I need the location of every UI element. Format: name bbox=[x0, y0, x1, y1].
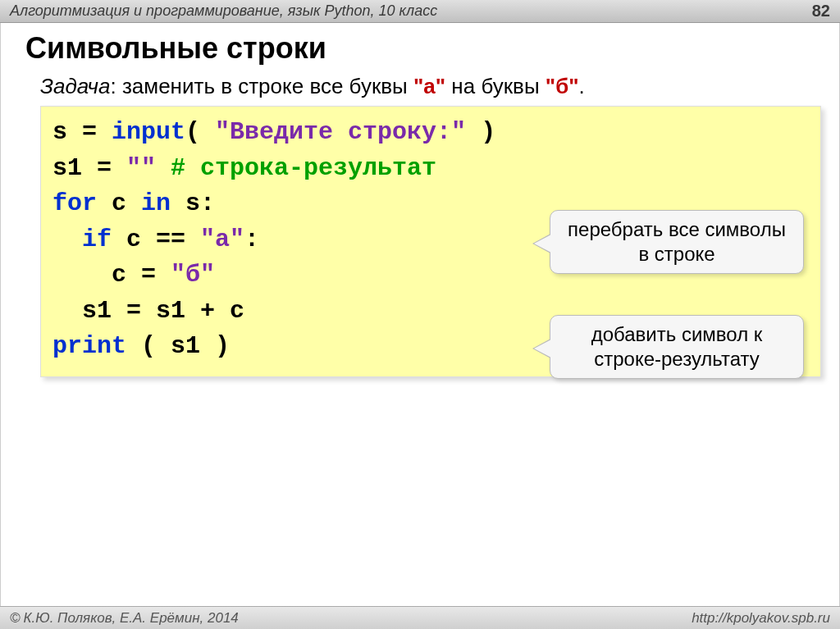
callout-iterate: перебрать все символы в строке bbox=[550, 210, 804, 274]
copyright-icon: © bbox=[10, 610, 21, 627]
task-statement: Задача: заменить в строке все буквы "а" … bbox=[1, 71, 839, 106]
task-label: Задача bbox=[40, 74, 110, 98]
letter-a: "а" bbox=[413, 74, 445, 98]
slide-content: Символьные строки Задача: заменить в стр… bbox=[0, 23, 840, 606]
code-line-2: s1 = "" # строка-результат bbox=[52, 151, 809, 187]
footer-url: http://kpolyakov.spb.ru bbox=[692, 610, 830, 627]
slide-header: Алгоритмизация и программирование, язык … bbox=[0, 0, 840, 23]
code-line-1: s = input( "Введите строку:" ) bbox=[52, 115, 809, 151]
callout-append: добавить символ к строке-результату bbox=[550, 315, 804, 379]
slide-title: Символьные строки bbox=[1, 23, 839, 71]
letter-b: "б" bbox=[546, 74, 579, 98]
subject-line: Алгоритмизация и программирование, язык … bbox=[10, 2, 437, 20]
slide-footer: © К.Ю. Поляков, Е.А. Ерёмин, 2014 http:/… bbox=[0, 606, 840, 629]
copyright: © К.Ю. Поляков, Е.А. Ерёмин, 2014 bbox=[10, 610, 239, 627]
page-number: 82 bbox=[812, 2, 830, 21]
code-block: s = input( "Введите строку:" ) s1 = "" #… bbox=[40, 106, 821, 377]
